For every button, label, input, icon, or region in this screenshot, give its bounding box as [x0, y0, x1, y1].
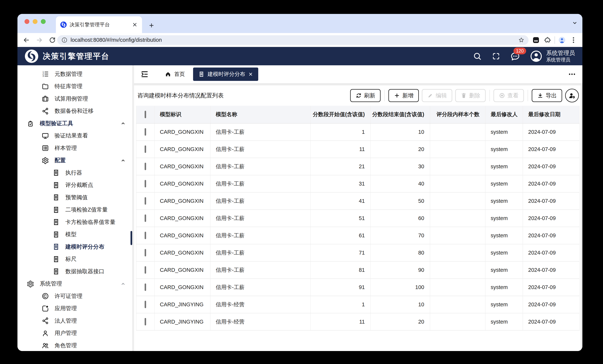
collapse-sidebar-icon[interactable]	[140, 70, 149, 79]
sidebar-item-executor[interactable]: 执行器	[17, 167, 132, 179]
notifications[interactable]: 120	[510, 52, 520, 61]
browser-menu-kebab-icon[interactable]	[570, 36, 577, 44]
refresh-button[interactable]: 刷新	[350, 89, 381, 102]
minimize-window-button[interactable]	[33, 19, 37, 24]
sidebar-item-binomial-z-constant[interactable]: 二项检验Z值常量	[17, 204, 132, 216]
refresh-icon	[356, 92, 362, 99]
cell-model-id: CARD_GONGXIN	[154, 141, 210, 158]
cell-segment-start: 11	[311, 313, 371, 330]
delete-button[interactable]: 删除	[455, 89, 486, 102]
sidebar-item-ruler[interactable]: 标尺	[17, 253, 132, 265]
extensions-puzzle-icon[interactable]	[544, 36, 551, 44]
sidebar-item-score-cutoff[interactable]: 评分截断点	[17, 179, 132, 192]
close-tab-icon[interactable]	[248, 72, 253, 77]
sidebar-item-validation-result-view[interactable]: 验证结果查看	[17, 130, 132, 142]
sidebar-item-trial-case-mgmt[interactable]: 试算用例管理	[17, 92, 132, 105]
sidebar-item-app-mgmt[interactable]: 应用管理	[17, 302, 132, 315]
window-controls	[24, 19, 46, 24]
table-row[interactable]: CARD_GONGXIN 信用卡-工薪 41 50 system 2024-07…	[136, 192, 580, 210]
table-row[interactable]: CARD_GONGXIN 信用卡-工薪 71 80 system 2024-07…	[136, 244, 580, 262]
row-checkbox[interactable]	[145, 284, 146, 291]
row-checkbox[interactable]	[145, 266, 146, 274]
table-row[interactable]: CARD_JINGYING 信用卡-经营 11 20 system 2024-0…	[136, 313, 580, 330]
row-checkbox[interactable]	[145, 197, 146, 205]
tab-home[interactable]: 首页	[165, 70, 185, 78]
user-info[interactable]: 系统管理员 系统管理员	[546, 50, 575, 62]
row-checkbox[interactable]	[145, 232, 146, 239]
row-checkbox[interactable]	[145, 215, 146, 222]
close-window-button[interactable]	[24, 19, 29, 24]
back-icon[interactable]	[23, 36, 30, 44]
browser-profile-avatar[interactable]	[558, 36, 566, 44]
export-button[interactable]: 导出	[532, 89, 562, 102]
close-tab-icon[interactable]	[132, 22, 138, 27]
row-checkbox[interactable]	[145, 163, 146, 170]
cell-model-id: CARD_GONGXIN	[154, 210, 210, 227]
sidebar-item-data-extraction-interface[interactable]: 数据抽取器接口	[17, 265, 132, 278]
new-tab-button[interactable]	[148, 22, 155, 29]
sidebar-item-model-validation-tools[interactable]: 模型验证工具	[17, 117, 132, 130]
sidebar-item-sample-mgmt[interactable]: 样本管理	[17, 142, 132, 154]
sidebar-item-license-mgmt[interactable]: 许可证管理	[17, 290, 132, 302]
search-icon[interactable]	[473, 52, 482, 60]
table-row[interactable]: CARD_GONGXIN 信用卡-工薪 11 20 system 2024-07…	[136, 141, 580, 158]
extension-shortcut-icon[interactable]	[532, 36, 540, 44]
address-bar[interactable]: localhost:8080/#/mv/config/distribution	[57, 35, 529, 45]
bookmark-star-icon[interactable]	[518, 37, 524, 43]
forward-icon[interactable]	[36, 36, 43, 44]
table-row[interactable]: CARD_GONGXIN 信用卡-工薪 91 100 system 2024-0…	[136, 279, 580, 296]
table-row[interactable]: CARD_GONGXIN 信用卡-工薪 61 70 system 2024-07…	[136, 227, 580, 244]
sidebar-item-metadata-mgmt[interactable]: 元数据管理	[17, 68, 132, 80]
sidebar-item-feature-lib-mgmt[interactable]: 特征库管理	[17, 80, 132, 93]
fullscreen-icon[interactable]	[492, 52, 500, 60]
reload-icon[interactable]	[49, 36, 56, 44]
row-checkbox[interactable]	[145, 249, 146, 256]
browser-tab[interactable]: 决策引擎管理平台	[56, 16, 142, 33]
row-checkbox[interactable]	[145, 146, 146, 153]
table-row[interactable]: CARD_GONGXIN 信用卡-工薪 1 10 system 2024-07-…	[136, 123, 580, 141]
table-row[interactable]: CARD_GONGXIN 信用卡-工薪 31 40 system 2024-07…	[136, 175, 580, 192]
sidebar-item-model[interactable]: 模型	[17, 228, 132, 241]
edit-button[interactable]: 编辑	[422, 89, 452, 102]
sidebar-item-legal-entity-mgmt[interactable]: 法人管理	[17, 315, 132, 327]
row-checkbox[interactable]	[145, 301, 146, 308]
row-checkbox[interactable]	[145, 180, 146, 187]
sidebar-item-system-mgmt[interactable]: 系统管理	[17, 278, 132, 290]
sidebar-scrollbar-thumb[interactable]	[130, 231, 132, 245]
add-button[interactable]: 新增	[388, 89, 419, 102]
sidebar-item-data-backup-migration[interactable]: 数据备份和迁移	[17, 105, 132, 117]
sidebar-item-user-mgmt[interactable]: 用户管理	[17, 327, 132, 340]
table-row[interactable]: CARD_GONGXIN 信用卡-工薪 81 90 system 2024-07…	[136, 262, 580, 279]
user-permission-button[interactable]	[565, 89, 579, 102]
tab-modeling-score-distribution[interactable]: 建模时评分分布	[193, 68, 258, 81]
cell-model-id: CARD_GONGXIN	[154, 192, 210, 210]
chevron-up-icon[interactable]	[120, 121, 126, 126]
row-checkbox[interactable]	[145, 318, 146, 325]
sidebar-item-warning-threshold[interactable]: 预警阈值	[17, 191, 132, 204]
user-name: 系统管理员	[546, 50, 575, 56]
cell-segment-start: 21	[311, 158, 371, 175]
site-info-icon[interactable]	[61, 37, 68, 43]
row-checkbox[interactable]	[145, 128, 146, 136]
table-row[interactable]: CARD_GONGXIN 信用卡-工薪 51 60 system 2024-07…	[136, 210, 580, 227]
select-all-checkbox[interactable]	[145, 111, 146, 118]
row-checkbox-cell	[136, 296, 154, 313]
cell-model-name: 信用卡-工薪	[210, 175, 311, 192]
cell-segment-end: 90	[371, 262, 430, 279]
more-options-icon[interactable]	[568, 70, 576, 78]
tab-search-icon[interactable]	[572, 20, 578, 26]
sidebar-item-chisquare-critical-constant[interactable]: 卡方检验临界值常量	[17, 216, 132, 228]
table-row[interactable]: CARD_JINGYING 信用卡-经营 1 10 system 2024-07…	[136, 296, 580, 313]
view-button[interactable]: 查看	[493, 89, 524, 102]
sidebar-item-modeling-score-distribution[interactable]: 建模时评分分布	[17, 241, 132, 253]
user-icon	[42, 330, 49, 337]
sidebar-item-config[interactable]: 配置	[17, 154, 132, 167]
table-row[interactable]: CARD_GONGXIN 信用卡-工薪 21 30 system 2024-07…	[136, 158, 580, 175]
chevron-up-icon[interactable]	[120, 158, 126, 163]
user-avatar-icon[interactable]	[530, 50, 542, 62]
zoom-window-button[interactable]	[41, 19, 46, 24]
sidebar-item-role-mgmt[interactable]: 角色管理	[17, 339, 132, 351]
config-table: 模型标识 模型名称 分数段开始值(含该值) 分数段结束值(含该值) 评分段内样本…	[136, 106, 580, 330]
chevron-up-icon[interactable]	[120, 281, 126, 287]
cell-sample-count	[430, 192, 485, 210]
